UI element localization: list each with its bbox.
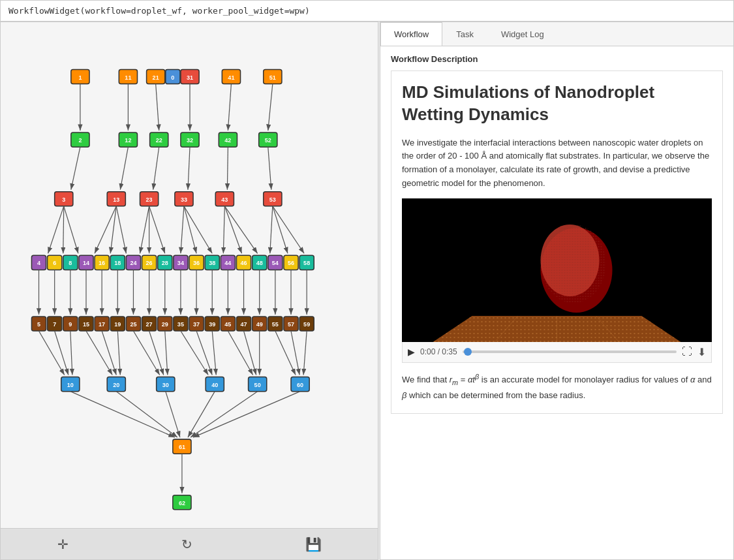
svg-text:30: 30 [162, 382, 169, 388]
svg-point-210 [541, 225, 606, 303]
svg-line-149 [184, 206, 196, 253]
video-controls: ▶ 0:00 / 0:35 ⛶ ⬇ [402, 342, 712, 363]
svg-text:2: 2 [78, 137, 82, 144]
tab-content: Workflow Description MD Simulations of N… [380, 46, 733, 559]
download-button[interactable]: ⬇ [697, 346, 706, 358]
svg-text:50: 50 [254, 382, 261, 388]
svg-line-178 [86, 331, 112, 375]
svg-line-140 [63, 206, 64, 253]
svg-line-145 [140, 206, 149, 253]
svg-line-177 [70, 331, 72, 375]
svg-text:23: 23 [146, 196, 153, 203]
svg-line-153 [224, 206, 257, 253]
svg-text:0: 0 [171, 74, 174, 81]
svg-line-131 [228, 84, 231, 131]
svg-text:56: 56 [288, 260, 294, 266]
svg-line-179 [102, 331, 116, 375]
save-button[interactable]: 💾 [292, 531, 335, 557]
svg-line-155 [273, 206, 288, 253]
workflow-svg: 1 11 21 0 31 41 [1, 22, 378, 528]
svg-text:33: 33 [181, 196, 187, 203]
svg-text:13: 13 [113, 196, 119, 203]
svg-text:49: 49 [256, 321, 263, 328]
svg-line-133 [71, 147, 80, 189]
tab-widget-log[interactable]: Widget Log [487, 22, 558, 46]
svg-text:11: 11 [125, 74, 131, 81]
svg-line-138 [268, 147, 271, 189]
content-area: 1 11 21 0 31 41 [0, 22, 734, 560]
svg-text:59: 59 [303, 321, 310, 328]
svg-text:17: 17 [99, 321, 105, 328]
svg-line-156 [273, 206, 304, 253]
svg-text:26: 26 [146, 260, 153, 266]
svg-text:22: 22 [156, 137, 162, 144]
svg-line-144 [116, 206, 126, 253]
svg-text:53: 53 [269, 196, 276, 203]
move-button[interactable]: ✛ [44, 531, 82, 557]
refresh-icon: ↻ [181, 537, 192, 552]
svg-text:12: 12 [125, 137, 131, 144]
workflow-canvas: 1 11 21 0 31 41 [1, 22, 378, 528]
bottom-toolbar: ✛ ↻ 💾 [1, 528, 378, 559]
svg-text:8: 8 [69, 260, 72, 266]
svg-line-196 [188, 392, 215, 437]
svg-text:37: 37 [193, 321, 200, 328]
svg-line-136 [188, 147, 190, 189]
svg-text:34: 34 [177, 260, 184, 266]
svg-text:29: 29 [162, 321, 168, 328]
svg-text:27: 27 [146, 321, 153, 328]
svg-line-183 [165, 331, 168, 375]
svg-text:45: 45 [224, 321, 231, 328]
svg-text:28: 28 [162, 260, 168, 266]
svg-text:19: 19 [114, 321, 121, 328]
simulation-image [402, 198, 712, 342]
tab-workflow[interactable]: Workflow [380, 22, 442, 46]
svg-line-148 [181, 206, 184, 253]
svg-line-194 [116, 392, 177, 437]
svg-text:51: 51 [269, 74, 276, 81]
progress-bar[interactable] [463, 350, 677, 353]
svg-line-193 [70, 392, 175, 437]
svg-text:16: 16 [99, 260, 105, 266]
tab-task[interactable]: Task [442, 22, 487, 46]
svg-text:35: 35 [177, 321, 184, 328]
svg-text:36: 36 [193, 260, 200, 266]
svg-text:43: 43 [221, 196, 228, 203]
description-para1: We investigate the interfacial interacti… [402, 136, 712, 191]
svg-text:24: 24 [130, 260, 136, 266]
tab-bar: Workflow Task Widget Log [380, 22, 733, 46]
svg-text:60: 60 [297, 382, 303, 388]
code-bar: WorkflowWidget(workflow=droplet_wf, work… [0, 0, 734, 22]
svg-text:61: 61 [179, 444, 185, 450]
svg-text:31: 31 [187, 74, 193, 81]
play-button[interactable]: ▶ [408, 347, 415, 357]
description-box: MD Simulations of Nanodroplet Wetting Dy… [391, 70, 723, 414]
right-panel: Workflow Task Widget Log Workflow Descri… [380, 22, 734, 560]
svg-line-134 [120, 147, 128, 189]
svg-text:38: 38 [209, 260, 215, 266]
svg-line-192 [303, 331, 307, 375]
svg-text:48: 48 [256, 260, 263, 266]
svg-line-141 [64, 206, 78, 253]
svg-text:10: 10 [67, 382, 74, 388]
svg-text:20: 20 [113, 382, 119, 388]
svg-line-150 [184, 206, 212, 253]
svg-text:62: 62 [179, 500, 185, 506]
svg-text:25: 25 [130, 321, 136, 328]
fullscreen-button[interactable]: ⛶ [682, 346, 692, 358]
svg-line-182 [149, 331, 164, 375]
svg-text:14: 14 [83, 260, 89, 266]
svg-text:46: 46 [240, 260, 247, 266]
main-container: WorkflowWidget(workflow=droplet_wf, work… [0, 0, 734, 560]
refresh-button[interactable]: ↻ [168, 531, 206, 557]
svg-text:54: 54 [272, 260, 279, 266]
svg-text:52: 52 [265, 137, 271, 144]
progress-indicator [464, 348, 472, 356]
svg-text:18: 18 [114, 260, 121, 266]
description-para2: We find that rm = αtβ is an accurate mod… [402, 371, 712, 403]
svg-line-175 [39, 331, 65, 375]
svg-text:6: 6 [53, 260, 56, 266]
code-text: WorkflowWidget(workflow=droplet_wf, work… [8, 6, 310, 16]
save-icon: 💾 [305, 537, 322, 552]
move-icon: ✛ [57, 537, 69, 552]
